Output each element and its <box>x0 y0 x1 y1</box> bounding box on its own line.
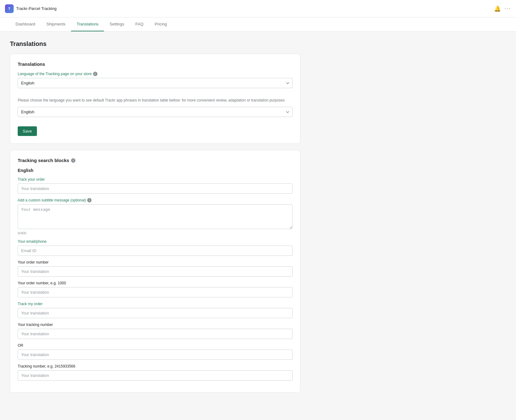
nav-item-faq[interactable]: FAQ <box>130 17 149 31</box>
nav-item-pricing[interactable]: Pricing <box>149 17 173 31</box>
default-language-field-group: English French German Spanish <box>18 107 293 122</box>
track-my-order-group: Track my order <box>18 302 293 318</box>
page-content: Translations Translations Language of th… <box>0 32 310 408</box>
tracking-search-card: Tracking search blocks i English Track y… <box>10 150 300 393</box>
more-options-icon[interactable]: ··· <box>505 5 511 12</box>
tracking-number-example-input[interactable] <box>18 370 293 381</box>
order-number-example-group: Your order number, e.g. 1000 <box>18 281 293 297</box>
track-my-order-input[interactable] <box>18 308 293 318</box>
language-info-text: Please choose the language you want to s… <box>18 97 293 103</box>
language-label: Language of the Tracking page on your st… <box>18 72 293 76</box>
page-title: Translations <box>10 40 300 47</box>
nav-item-shipments[interactable]: Shipments <box>41 17 71 31</box>
language-info-icon[interactable]: i <box>93 72 97 76</box>
nav-item-settings[interactable]: Settings <box>104 17 130 31</box>
track-your-order-label: Track your order <box>18 177 293 182</box>
topbar-right: 🔔 ··· <box>494 5 511 12</box>
tracking-number-example-label: Tracking number, e.g. 2415933566 <box>18 364 293 368</box>
tracking-search-title: Tracking search blocks i <box>18 158 293 163</box>
tracking-language-subtitle: English <box>18 168 293 173</box>
track-your-order-input[interactable] <box>18 183 293 194</box>
tracking-number-example-group: Tracking number, e.g. 2415933566 <box>18 364 293 381</box>
track-your-order-group: Track your order <box>18 177 293 194</box>
custom-subtitle-info-icon[interactable]: i <box>87 198 92 202</box>
tracking-number-label: Your tracking number <box>18 323 293 327</box>
email-phone-label: Your email/phone <box>18 239 293 244</box>
topbar-left: T Trackr-Parcel Tracking <box>5 4 56 13</box>
bell-icon[interactable]: 🔔 <box>494 5 501 12</box>
or-label: OR <box>18 343 293 348</box>
app-title: Trackr-Parcel Tracking <box>16 6 56 11</box>
order-number-example-input[interactable] <box>18 287 293 297</box>
tracking-number-input[interactable] <box>18 329 293 339</box>
or-input[interactable] <box>18 350 293 360</box>
default-language-select[interactable]: English French German Spanish <box>18 107 293 117</box>
custom-subtitle-textarea[interactable] <box>18 204 293 229</box>
nav-item-dashboard[interactable]: Dashboard <box>10 17 41 31</box>
custom-subtitle-group: Add a custom subtitle message (optional)… <box>18 198 293 235</box>
translations-card-title: Translations <box>18 61 293 67</box>
custom-subtitle-label: Add a custom subtitle message (optional)… <box>18 198 293 202</box>
order-number-input[interactable] <box>18 266 293 277</box>
nav-item-translations[interactable]: Translations <box>71 17 104 31</box>
track-my-order-label: Track my order <box>18 302 293 306</box>
char-count: 0/400 <box>18 231 293 235</box>
main-nav: Dashboard Shipments Translations Setting… <box>0 17 516 32</box>
order-number-group: Your order number <box>18 260 293 277</box>
translations-card: Translations Language of the Tracking pa… <box>10 54 300 144</box>
order-number-label: Your order number <box>18 260 293 264</box>
topbar: T Trackr-Parcel Tracking 🔔 ··· <box>0 0 516 17</box>
email-phone-input[interactable] <box>18 246 293 256</box>
order-number-example-label: Your order number, e.g. 1000 <box>18 281 293 285</box>
save-button[interactable]: Save <box>18 126 37 136</box>
email-phone-group: Your email/phone <box>18 239 293 256</box>
tracking-page-language-select[interactable]: English French German Spanish <box>18 78 293 88</box>
app-icon: T <box>5 4 14 13</box>
or-group: OR <box>18 343 293 360</box>
tracking-number-group: Your tracking number <box>18 323 293 339</box>
language-field-group: Language of the Tracking page on your st… <box>18 72 293 93</box>
tracking-search-info-icon[interactable]: i <box>71 158 75 163</box>
